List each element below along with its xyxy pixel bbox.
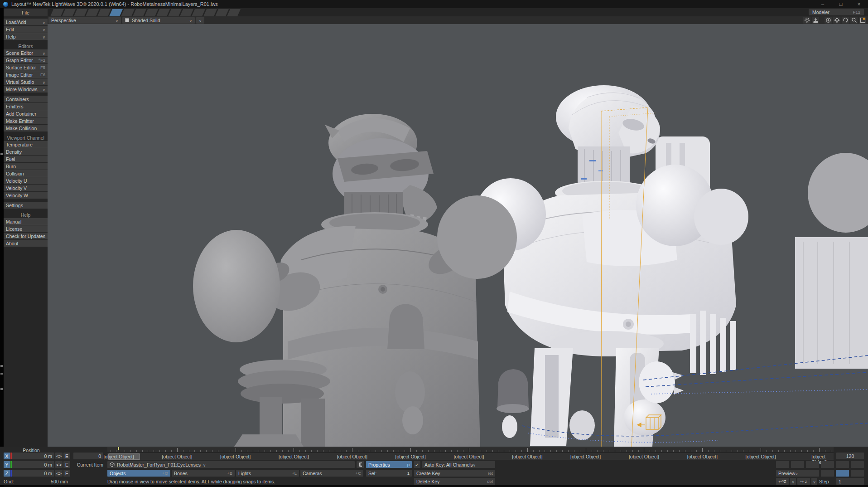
undo-button[interactable]: ↩^Z <box>776 478 789 485</box>
sidebar-item[interactable]: Density <box>4 148 48 155</box>
timeline-ruler[interactable] <box>107 447 834 452</box>
tab[interactable] <box>86 9 99 16</box>
transport-button[interactable] <box>791 461 804 468</box>
layout-icon[interactable] <box>859 17 866 24</box>
tab[interactable] <box>74 9 87 16</box>
view-mode-dropdown[interactable]: Perspective <box>48 17 121 24</box>
z-value-field[interactable]: 0 m <box>12 470 54 477</box>
sidebar-item[interactable]: Containers <box>4 96 48 102</box>
sidebar-item[interactable]: More Windows <box>4 86 48 93</box>
zoom-icon[interactable] <box>850 17 858 24</box>
transport-button[interactable] <box>776 461 789 468</box>
edit-mode-button[interactable]: Bones +B <box>172 470 235 477</box>
step-field[interactable]: 1 <box>836 478 864 485</box>
sidebar-item[interactable]: Edit <box>4 26 48 33</box>
edit-mode-button[interactable]: Objects +O <box>107 470 170 477</box>
transport-button[interactable] <box>806 461 819 468</box>
tab[interactable] <box>203 9 217 16</box>
sidebar-item[interactable]: Make Collision <box>4 125 48 131</box>
tab[interactable] <box>121 9 135 16</box>
tab[interactable] <box>168 9 182 16</box>
tab[interactable] <box>50 9 64 16</box>
y-axis-button[interactable]: Y <box>4 461 10 468</box>
sidebar-item[interactable]: Fuel <box>4 156 48 162</box>
z-nudge-button[interactable]: <> <box>55 470 63 477</box>
create-key-button[interactable]: Create Key ret <box>414 470 495 477</box>
x-envelope-button[interactable]: E <box>63 453 70 459</box>
playback-button[interactable] <box>836 470 849 477</box>
tab[interactable] <box>192 9 205 16</box>
redo-options-dropdown[interactable] <box>811 478 817 485</box>
tab[interactable] <box>109 9 123 16</box>
sidebar-item[interactable]: Check for Updates <box>4 233 48 239</box>
preview-dropdown[interactable]: Preview <box>776 470 819 477</box>
playback-button[interactable] <box>851 470 864 477</box>
tab-file[interactable]: File <box>4 9 48 16</box>
sidebar-item[interactable]: Graph Editor ^F2 <box>4 57 48 63</box>
sidebar-item[interactable]: Collision <box>4 170 48 177</box>
import-icon[interactable] <box>812 17 819 24</box>
sidebar-item[interactable]: Make Emitter <box>4 117 48 124</box>
pan-icon[interactable] <box>833 17 840 24</box>
tab[interactable] <box>180 9 193 16</box>
perspective-viewport[interactable] <box>48 24 868 447</box>
sidebar-item[interactable]: Image Editor F6 <box>4 71 48 78</box>
tab[interactable] <box>97 9 111 16</box>
properties-button[interactable]: Properties p <box>366 461 412 468</box>
sidebar-item[interactable]: Velocity V <box>4 185 48 191</box>
shading-mode-dropdown[interactable]: Shaded Solid <box>122 17 195 24</box>
undo-options-dropdown[interactable] <box>790 478 796 485</box>
sidebar-item[interactable]: Scene Editor <box>4 49 48 56</box>
rotate-icon[interactable] <box>842 17 849 24</box>
tab[interactable] <box>227 9 241 16</box>
sidebar-item[interactable]: Temperature <box>4 141 48 148</box>
playhead-marker[interactable] <box>118 447 119 450</box>
sidebar-item[interactable]: Virtual Studio <box>4 78 48 85</box>
transport-button[interactable] <box>851 461 864 468</box>
timeline-track[interactable]: [object Object][object Object][object Ob… <box>107 453 834 460</box>
maximize-button[interactable]: □ <box>832 0 850 8</box>
sidebar-item[interactable]: Emitters <box>4 103 48 110</box>
sidebar-item[interactable]: Settings <box>4 202 48 209</box>
redo-button[interactable]: ↪ z <box>797 478 810 485</box>
transport-button[interactable] <box>836 461 849 468</box>
current-item-dropdown[interactable]: RobotMaster_ForRyan_F01:EyeLenses <box>107 461 355 468</box>
x-nudge-button[interactable]: <> <box>55 453 63 459</box>
modeler-button[interactable]: Modeler F12 <box>809 9 864 15</box>
y-value-field[interactable]: 0 m <box>12 461 54 468</box>
edit-mode-button[interactable]: Lights +L <box>236 470 299 477</box>
delete-key-button[interactable]: Delete Key del <box>414 478 495 485</box>
edit-mode-button[interactable]: Cameras +C <box>300 470 363 477</box>
gear-icon[interactable] <box>803 17 810 24</box>
y-nudge-button[interactable]: <> <box>55 461 63 468</box>
sidebar-item[interactable]: Help <box>4 33 48 40</box>
end-frame-field[interactable]: 120 <box>836 453 864 459</box>
x-axis-button[interactable]: X <box>4 453 10 459</box>
viewport-options-dropdown[interactable] <box>196 17 204 24</box>
sidebar-item[interactable]: Velocity W <box>4 192 48 199</box>
tab[interactable] <box>156 9 170 16</box>
current-frame-field[interactable]: 0 <box>73 453 103 459</box>
sidebar-item[interactable]: Burn <box>4 163 48 170</box>
tab[interactable] <box>133 9 146 16</box>
z-envelope-button[interactable]: E <box>63 470 70 477</box>
autokey-dropdown[interactable]: Auto Key: All Channels <box>422 461 495 468</box>
tab[interactable] <box>62 9 76 16</box>
sidebar-item[interactable]: About <box>4 240 48 247</box>
orbit-icon[interactable] <box>825 17 832 24</box>
scene-editor-mini-button[interactable] <box>357 461 364 468</box>
playback-button[interactable] <box>821 470 834 477</box>
sidebar-item[interactable]: Velocity U <box>4 177 48 184</box>
tab[interactable] <box>145 9 158 16</box>
sidebar-item[interactable]: Surface Editor F5 <box>4 64 48 71</box>
tab[interactable] <box>215 9 229 16</box>
minimize-button[interactable]: – <box>814 0 832 8</box>
transport-button[interactable] <box>821 461 834 468</box>
autokey-checkbox[interactable]: ✓ <box>414 461 420 468</box>
sidebar-item[interactable]: License <box>4 225 48 232</box>
sidebar-item[interactable]: Load/Add <box>4 19 48 25</box>
x-value-field[interactable]: 0 m <box>12 453 54 459</box>
z-axis-button[interactable]: Z <box>4 470 10 477</box>
sidebar-item[interactable]: Manual <box>4 218 48 225</box>
sidebar-item[interactable]: Add Container <box>4 110 48 117</box>
